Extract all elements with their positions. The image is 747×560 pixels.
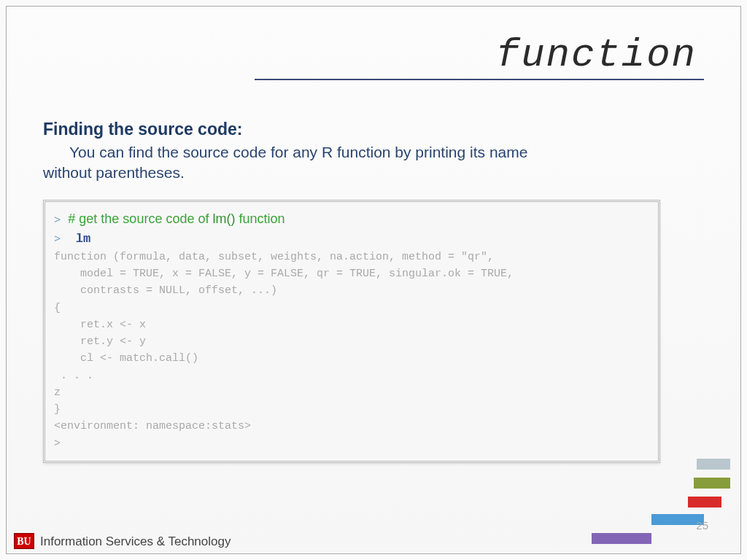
code-output: ret.y <- y (54, 333, 649, 350)
footer-text: Information Services & Technology (40, 534, 231, 549)
bar-red-icon (688, 497, 721, 508)
desc-line-1: You can find the source code for any R f… (43, 144, 527, 160)
section-description: You can find the source code for any R f… (43, 142, 660, 184)
code-output: } (54, 401, 649, 418)
content-block: Finding the source code: You can find th… (43, 120, 660, 463)
code-comment-line: > # get the source code of lm() function (54, 209, 649, 230)
prompt-icon: > (54, 214, 61, 227)
code-output: contrasts = NULL, offset, ...) (54, 282, 649, 299)
slide-title: function (255, 33, 704, 77)
code-output: <environment: namespace:stats> (54, 418, 649, 435)
code-input-line: > lm (54, 230, 649, 249)
code-box: > # get the source code of lm() function… (43, 200, 660, 463)
code-output: cl <- match.call() (54, 350, 649, 367)
slide-frame: function Finding the source code: You ca… (6, 6, 741, 554)
section-heading: Finding the source code: (43, 120, 660, 139)
code-output: function (formula, data, subset, weights… (54, 249, 649, 265)
bar-silver-icon (697, 459, 730, 470)
footer: BU Information Services & Technology (7, 530, 740, 553)
prompt-icon: > (54, 233, 61, 246)
code-comment: # get the source code of lm() function (61, 211, 285, 226)
code-output: model = TRUE, x = FALSE, y = FALSE, qr =… (54, 265, 649, 282)
code-output: ret.x <- x (54, 316, 649, 333)
bar-olive-icon (694, 478, 730, 489)
title-block: function (255, 33, 704, 80)
code-output: z (54, 384, 649, 401)
code-output: . . . (54, 368, 649, 384)
code-command: lm (61, 232, 90, 246)
bu-logo: BU (14, 533, 34, 549)
code-output: { (54, 300, 649, 316)
title-underline (255, 79, 704, 80)
desc-line-2: without parentheses. (43, 164, 185, 181)
